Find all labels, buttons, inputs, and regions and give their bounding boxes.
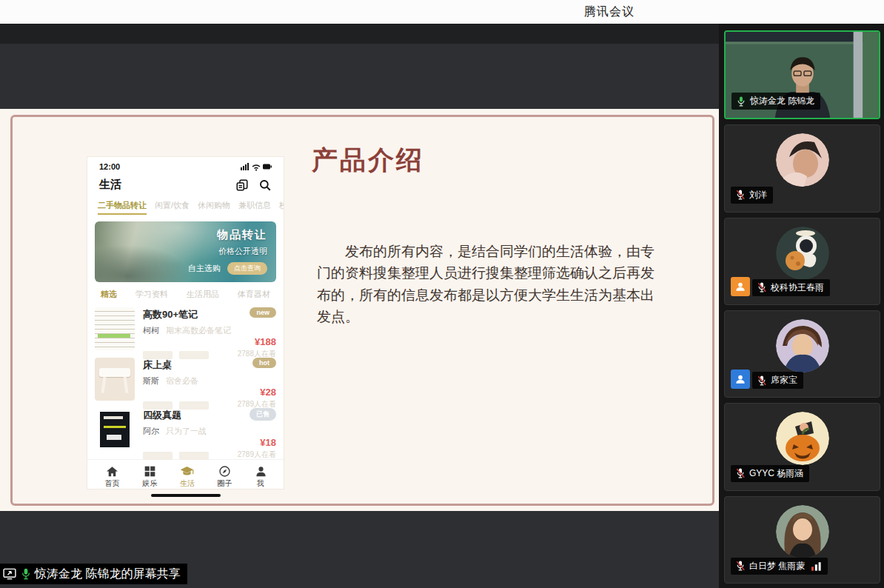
home-indicator-bar [151, 494, 221, 497]
participant-name: GYYC 杨雨涵 [749, 467, 803, 480]
listing-card: 四级真题 阿尔只为了一战 ¥18 2789人在看 已售 [95, 408, 276, 452]
listing-seller: 斯斯 [143, 376, 159, 385]
tencent-meeting-window: 腾讯会议 产品介绍 发布的所有内容，是结合同学们的生活体验，由专门的资料搜集整理… [0, 0, 884, 588]
listing-tag [179, 452, 209, 460]
tab-parttime-info: 兼职信息 [238, 200, 271, 215]
phone-mockup: 12:00 生活 [87, 157, 284, 489]
listing-thumbnail [95, 408, 135, 451]
role-badge-orange [731, 277, 750, 296]
banner-title: 物品转让 [188, 228, 267, 242]
participant-name: 刘洋 [749, 189, 767, 201]
tab-food: 闲置/饮食 [155, 200, 190, 215]
listing-card: 高数90+笔记 柯柯期末高数必备笔记 ¥188 2788人在看 new [95, 307, 276, 352]
participant-nameplate: GYYC 杨雨涵 [731, 465, 809, 482]
network-signal-icon [811, 561, 822, 571]
phone-page-title: 生活 [99, 178, 121, 192]
screen-share-icon [2, 567, 17, 581]
listing-tag [143, 452, 173, 460]
listing-desc: 期末高数必备笔记 [166, 326, 231, 335]
window-title-bar: 腾讯会议 [0, 0, 884, 24]
phone-category-tabs: 二手物品转让 闲置/饮食 休闲购物 兼职信息 校园 [87, 195, 284, 218]
slide-title: 产品介绍 [312, 143, 424, 178]
listing-views: 2789人在看 [238, 450, 276, 460]
participant-tile-yangyuhan[interactable]: GYYC 杨雨涵 [724, 403, 880, 490]
screen-share-banner: 惊涛金龙 陈锦龙的屏幕共享 [0, 564, 187, 584]
person-badge-icon [734, 281, 746, 293]
banner-button: 点击查询 [227, 262, 267, 275]
nav-life: 生活 [180, 466, 195, 489]
avatar [776, 412, 829, 465]
listing-price: ¥188 [238, 336, 276, 347]
participant-name: 席家宝 [771, 374, 797, 387]
listing-card: 床上桌 斯斯宿舍必备 ¥28 2789人在看 hot [95, 358, 276, 402]
person-icon [255, 466, 267, 477]
nav-entertainment: 娱乐 [142, 466, 157, 489]
participant-name: 校科协王春雨 [771, 281, 824, 294]
listing-badge-sold: 已售 [250, 408, 276, 421]
filter-daily-goods: 生活用品 [187, 289, 219, 300]
phone-header: 生活 [87, 171, 284, 195]
participant-nameplate: 白日梦 焦雨蒙 [731, 558, 828, 575]
tab-leisure-shopping: 休闲购物 [198, 200, 230, 215]
banner-subtitle: 价格公开透明 [188, 246, 267, 257]
listing-badge-hot: hot [252, 358, 276, 368]
compass-icon [219, 466, 230, 477]
filter-row: 精选 学习资料 生活用品 体育器材 [87, 282, 284, 301]
participant-tile-wangchunyu[interactable]: 校科协王春雨 [724, 218, 880, 305]
search-icon [258, 178, 272, 192]
mic-on-icon [20, 567, 32, 581]
listing-seller: 阿尔 [143, 427, 159, 435]
filter-featured: 精选 [101, 289, 117, 300]
slide-body-text: 发布的所有内容，是结合同学们的生活体验，由专门的资料搜集整理人员进行搜集整理筛选… [317, 241, 654, 328]
mic-muted-icon [735, 189, 746, 201]
role-badge-blue [731, 370, 750, 389]
filter-sports-gear: 体育器材 [238, 289, 270, 300]
shared-screen-area[interactable]: 产品介绍 发布的所有内容，是结合同学们的生活体验，由专门的资料搜集整理人员进行搜… [0, 24, 719, 588]
mic-muted-icon [735, 467, 746, 479]
filter-study-material: 学习资料 [135, 289, 168, 300]
nav-home: 首页 [104, 466, 119, 489]
avatar [776, 319, 829, 372]
mic-muted-icon [757, 281, 767, 293]
phone-bottom-nav: 首页 娱乐 生活 圈子 [87, 459, 284, 489]
participant-name: 惊涛金龙 陈锦龙 [750, 95, 814, 107]
listing-desc: 只为了一战 [166, 427, 207, 435]
status-icons [241, 162, 272, 171]
banner-tagline: 自主选购 [188, 263, 221, 274]
participant-nameplate: 刘洋 [731, 187, 773, 204]
nav-circle: 圈子 [218, 466, 232, 489]
participant-tile-liuyang[interactable]: 刘洋 [724, 124, 880, 212]
mic-muted-icon [757, 375, 767, 387]
avatar [776, 505, 829, 558]
participant-nameplate: 席家宝 [752, 372, 803, 389]
participant-name: 白日梦 焦雨蒙 [749, 560, 805, 572]
participant-tile-chenjinlong[interactable]: 惊涛金龙 陈锦龙 [724, 30, 880, 119]
listing-badge-new: new [250, 307, 276, 318]
participant-nameplate: 惊涛金龙 陈锦龙 [731, 93, 820, 110]
participant-tile-xijiabao[interactable]: 席家宝 [724, 310, 880, 398]
grid-icon [144, 466, 155, 477]
status-time: 12:00 [99, 162, 120, 171]
window-title: 腾讯会议 [584, 4, 634, 20]
promo-banner: 物品转让 价格公开透明 自主选购 点击查询 [95, 221, 276, 282]
listing-thumbnail [95, 307, 135, 350]
mic-on-icon [736, 96, 746, 107]
person-badge-icon [734, 373, 746, 385]
phone-status-bar: 12:00 [87, 157, 284, 171]
tab-secondhand: 二手物品转让 [98, 200, 147, 215]
participant-nameplate: 校科协王春雨 [752, 279, 830, 296]
listing-price: ¥28 [238, 387, 276, 398]
home-icon [106, 466, 118, 477]
tab-campus: 校园 [279, 200, 284, 215]
participants-sidebar: 惊涛金龙 陈锦龙 刘洋 [719, 24, 884, 588]
avatar [776, 227, 829, 280]
feed-switch-icon [235, 178, 249, 192]
shared-screen-top-strip [0, 24, 719, 44]
listing-desc: 宿舍必备 [166, 376, 198, 385]
listing-thumbnail [95, 358, 135, 401]
nav-me: 我 [255, 466, 267, 489]
mic-muted-icon [735, 560, 746, 572]
listing-seller: 柯柯 [143, 326, 159, 335]
participant-tile-jiaoyumeng[interactable]: 白日梦 焦雨蒙 [724, 496, 880, 584]
presentation-slide: 产品介绍 发布的所有内容，是结合同学们的生活体验，由专门的资料搜集整理人员进行搜… [0, 109, 719, 511]
